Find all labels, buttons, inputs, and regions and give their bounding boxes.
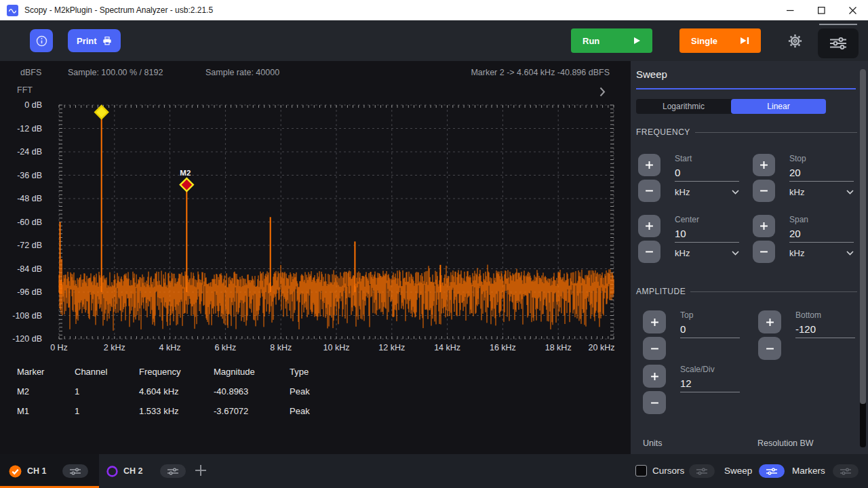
add-channel-button[interactable] <box>195 464 207 479</box>
panel-toggle-indicator <box>819 24 857 25</box>
start-unit-select[interactable]: kHz <box>675 187 739 197</box>
marker-table-header: Channel <box>75 367 139 377</box>
channel1-enable-checkbox[interactable] <box>9 465 22 478</box>
maximize-button[interactable] <box>806 0 837 20</box>
span-unit-select[interactable]: kHz <box>789 248 854 258</box>
resolution-bw-label: Resolution BW <box>757 439 814 448</box>
scale-div-decrement-button[interactable] <box>643 391 666 414</box>
panel-title: Sweep <box>636 68 667 80</box>
single-button[interactable]: Single <box>679 28 761 53</box>
svg-text:2 kHz: 2 kHz <box>104 343 125 352</box>
play-icon <box>633 37 641 45</box>
stop-value[interactable]: 20 <box>789 167 854 182</box>
bottom-decrement-button[interactable] <box>758 337 781 360</box>
markers-settings-button[interactable] <box>833 464 859 478</box>
marker-row-cell: 4.604 kHz <box>139 386 214 396</box>
spectrum-plot[interactable]: M2 0 dB-12 dB-24 dB-36 dB-48 dB-60 dB-72… <box>0 61 631 358</box>
cursors-label: Cursors <box>652 466 684 476</box>
svg-text:-36 dB: -36 dB <box>17 171 42 180</box>
amplitude-section-header: AMPLITUDE <box>636 287 857 296</box>
center-increment-button[interactable] <box>638 215 660 237</box>
marker-row-cell: M2 <box>17 386 75 396</box>
plus-icon <box>645 222 654 230</box>
channel1-settings-button[interactable] <box>62 464 88 478</box>
gear-icon <box>787 33 803 49</box>
info-button[interactable] <box>30 29 53 52</box>
minus-icon <box>760 247 768 256</box>
run-button-label: Run <box>583 36 599 46</box>
panel-toggle-button[interactable] <box>818 28 859 58</box>
channel2-settings-button[interactable] <box>160 464 186 478</box>
minus-icon <box>650 344 659 353</box>
span-value[interactable]: 20 <box>789 228 854 243</box>
svg-text:18 kHz: 18 kHz <box>545 343 572 352</box>
svg-text:-72 dB: -72 dB <box>17 241 42 250</box>
single-button-label: Single <box>691 36 717 46</box>
svg-text:4 kHz: 4 kHz <box>159 343 181 352</box>
scale-div-value[interactable]: 12 <box>680 378 740 392</box>
start-increment-button[interactable] <box>638 154 660 176</box>
run-button[interactable]: Run <box>571 28 652 53</box>
plus-icon <box>766 318 774 327</box>
close-button[interactable] <box>837 0 868 20</box>
bottom-value[interactable]: -120 <box>795 323 855 338</box>
center-decrement-button[interactable] <box>638 241 660 263</box>
start-value[interactable]: 0 <box>675 167 739 182</box>
center-value[interactable]: 10 <box>675 228 739 243</box>
minus-icon <box>650 399 659 407</box>
scale-div-field: Scale/Div 12 <box>643 365 740 414</box>
span-unit-label: kHz <box>789 248 804 258</box>
panel-scrollbar-thumb[interactable] <box>860 69 866 404</box>
marker-table-header: Marker <box>17 367 75 377</box>
svg-text:10 kHz: 10 kHz <box>323 343 350 352</box>
section-divider <box>695 132 857 133</box>
span-increment-button[interactable] <box>753 215 775 237</box>
stop-unit-select[interactable]: kHz <box>789 187 854 197</box>
svg-text:-120 dB: -120 dB <box>12 334 42 344</box>
window-title: Scopy - M2kPlugin - Spectrum Analyzer - … <box>24 5 213 15</box>
chevron-down-icon <box>732 190 739 195</box>
svg-text:0 dB: 0 dB <box>24 100 42 110</box>
scale-type-toggle: Logarithmic Linear <box>636 99 826 114</box>
svg-text:-84 dB: -84 dB <box>17 264 42 274</box>
start-decrement-button[interactable] <box>638 180 660 202</box>
channel1-tab[interactable]: CH 1 <box>0 454 99 488</box>
cursors-checkbox[interactable] <box>635 465 647 476</box>
logarithmic-button[interactable]: Logarithmic <box>636 99 731 114</box>
minimize-icon <box>787 7 794 14</box>
svg-text:-12 dB: -12 dB <box>17 124 42 134</box>
top-value[interactable]: 0 <box>680 323 740 338</box>
sliders-icon <box>840 468 852 475</box>
marker-table: Marker Channel Frequency Magnitude Type … <box>17 362 344 421</box>
top-increment-button[interactable] <box>643 310 666 333</box>
titlebar: Scopy - M2kPlugin - Spectrum Analyzer - … <box>0 0 868 20</box>
channel2-enable-checkbox[interactable] <box>106 466 118 477</box>
minimize-button[interactable] <box>774 0 806 20</box>
marker-row-cell: Peak <box>290 386 344 396</box>
frequency-section-label: FREQUENCY <box>636 127 690 137</box>
scale-div-increment-button[interactable] <box>643 365 666 388</box>
plot-markers[interactable]: M2 <box>95 106 193 191</box>
marker-row-cell: Peak <box>290 406 344 416</box>
print-button[interactable]: Print <box>68 29 121 52</box>
svg-text:16 kHz: 16 kHz <box>490 343 516 352</box>
preferences-button[interactable] <box>787 33 803 49</box>
marker-table-header: Type <box>290 367 344 377</box>
bottom-increment-button[interactable] <box>758 310 781 333</box>
stop-decrement-button[interactable] <box>753 180 775 202</box>
linear-button[interactable]: Linear <box>731 99 826 114</box>
center-unit-select[interactable]: kHz <box>675 248 739 258</box>
chevron-down-icon <box>846 190 854 195</box>
markers-label: Markers <box>792 466 825 476</box>
sweep-settings-button[interactable] <box>759 464 785 478</box>
start-unit-label: kHz <box>675 187 690 197</box>
center-label: Center <box>675 215 739 224</box>
main-area: dBFS Sample: 100.00 % / 8192 Sample rate… <box>0 61 868 454</box>
stop-increment-button[interactable] <box>753 154 775 176</box>
span-decrement-button[interactable] <box>753 241 775 263</box>
chevron-down-icon <box>846 251 854 256</box>
panel-scrollbar[interactable] <box>860 69 866 447</box>
top-decrement-button[interactable] <box>643 337 666 360</box>
cursors-settings-button[interactable] <box>689 464 715 478</box>
center-field: Center 10 kHz <box>638 215 739 263</box>
